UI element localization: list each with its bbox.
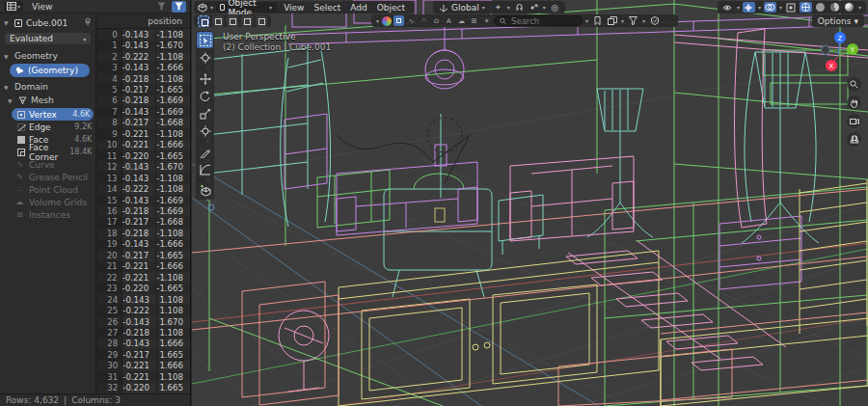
proportional-editing-icon[interactable]: ◎ [549, 2, 561, 13]
menu-select[interactable]: Select [309, 3, 345, 13]
pan-view-button[interactable] [847, 95, 861, 110]
table-row: 12-0.143-1.670 [96, 161, 190, 172]
toggle-ortho-button[interactable] [847, 132, 861, 147]
scale-tool[interactable] [197, 105, 213, 122]
options-button[interactable]: Options ▾ [812, 14, 864, 27]
select-mode-set-button[interactable] [198, 15, 209, 27]
mesh-type-toggle[interactable] [393, 15, 404, 26]
table-row: 24-0.1431.108 [96, 294, 190, 305]
geometry-dataset-button[interactable]: (Geometry) [10, 64, 90, 77]
table-row: 9-0.221-1.108 [96, 128, 190, 139]
search-input[interactable] [509, 15, 577, 27]
select-mode-invert-button[interactable] [241, 15, 253, 27]
annotate-tool[interactable] [197, 144, 213, 160]
table-row: 1-0.143-1.670 [96, 40, 190, 50]
table-row: 28-0.1431.666 [96, 338, 190, 349]
mesh-group-row[interactable]: ▼ Mesh [0, 94, 95, 107]
grease-pencil-icon: ✎ [15, 173, 24, 181]
table-column-header[interactable]: position [96, 14, 190, 29]
add-cube-tool[interactable] [197, 182, 213, 199]
table-row: 0-0.143-1.108 [96, 29, 190, 40]
object-type-toggle-3[interactable]: A [444, 15, 454, 26]
viewport-editor-type-button[interactable] [198, 2, 207, 13]
object-type-toggle-4[interactable]: ☁ [456, 15, 467, 26]
material-preview-ball-icon[interactable] [382, 16, 392, 26]
table-row: 5-0.217-1.665 [96, 84, 190, 95]
domain-item-curve: ∿Curve [0, 158, 95, 171]
table-row: 19-0.143-1.666 [96, 239, 190, 250]
mesh-object-icon [14, 19, 22, 27]
mode-selector[interactable]: Object Mode ▾ [216, 2, 277, 13]
select-mode-subtract-button[interactable] [227, 15, 238, 27]
object-name: Cube.001 [26, 18, 68, 28]
pin-icon[interactable] [84, 17, 92, 28]
mesh-item-vertex[interactable]: Vertex4.6K [12, 108, 94, 121]
section-geometry[interactable]: ▼ Geometry [0, 49, 95, 63]
camera-icon [850, 118, 859, 125]
tool-settings-cluster [194, 14, 271, 27]
object-row[interactable]: ▼ Cube.001 [0, 15, 95, 30]
gizmo-neg-axis[interactable] [822, 46, 830, 55]
rotate-tool[interactable] [197, 88, 213, 104]
visibility-dropdown[interactable] [721, 2, 734, 13]
zoom-view-button[interactable] [847, 77, 861, 92]
mesh-item-edge[interactable]: Edge9.2K [0, 121, 95, 133]
show-gizmo-toggle[interactable] [743, 2, 755, 13]
collections-filter-icon[interactable] [606, 15, 618, 26]
transform-tool[interactable] [197, 122, 213, 139]
snap-settings-dropdown[interactable] [528, 2, 540, 13]
viewport-3d[interactable]: ▾ Object Mode ▾ ViewSelectAddObject Glob… [192, 0, 868, 406]
editor-type-button[interactable]: ▾ [4, 1, 23, 12]
search-box[interactable] [494, 15, 583, 26]
nav-buttons [847, 77, 861, 147]
object-type-toggle-2[interactable]: ⊙ [431, 15, 442, 26]
menu-add[interactable]: Add [345, 3, 371, 13]
shading-material-button[interactable] [828, 2, 841, 13]
table-row: 14-0.222-1.108 [96, 183, 190, 194]
orientation-dropdown[interactable]: Global [451, 3, 479, 13]
wireframe-scene [192, 0, 868, 406]
table-row: 27-0.2181.108 [96, 327, 190, 338]
spreadsheet-view-menu[interactable]: View [29, 2, 55, 12]
show-overlays-toggle[interactable] [764, 2, 776, 13]
shading-rendered-button[interactable] [843, 2, 855, 13]
object-type-toggle-6[interactable]: ☀ [481, 15, 492, 26]
table-row: 13-0.143-1.108 [96, 173, 190, 183]
chevron-down-icon: ▾ [375, 17, 380, 24]
pivot-point-dropdown[interactable]: ⌖ [492, 2, 504, 13]
camera-view-button[interactable] [847, 114, 861, 128]
object-type-toggle-1[interactable]: ◠ [419, 15, 429, 26]
xray-toggle[interactable] [785, 2, 798, 13]
section-domain[interactable]: ▼ Domain [0, 80, 95, 94]
shield-check-icon[interactable] [648, 15, 661, 26]
navigation-gizmo[interactable]: Z Y X [813, 29, 863, 79]
cursor-tool[interactable] [197, 49, 213, 66]
bookmark-icon[interactable] [591, 15, 604, 26]
collapse-arrow-icon[interactable]: ▼ [4, 19, 11, 26]
filter-row-icon[interactable] [154, 1, 169, 13]
select-box-tool[interactable] [197, 32, 213, 48]
mesh-item-face-corner[interactable]: Face Corner18.4K [0, 146, 95, 158]
chevron-down-icon: ▾ [857, 4, 862, 11]
measure-tool[interactable] [197, 161, 213, 177]
filter-cluster: ▾ ∿◠⊙A☁⊞☀ ▾ ▾ ▾ [371, 14, 678, 27]
table-row: 22-0.221-1.108 [96, 272, 190, 283]
move-tool[interactable] [197, 70, 213, 87]
spreadsheet-editor-icon [7, 2, 16, 11]
shading-solid-button[interactable] [814, 2, 827, 13]
object-type-toggle-0[interactable]: ∿ [406, 15, 417, 26]
columns-count: Columns: 3 [71, 395, 121, 405]
shading-wireframe-button[interactable] [800, 2, 812, 13]
select-mode-extend-button[interactable] [212, 15, 224, 27]
table-row: 30-0.2211.666 [96, 361, 190, 371]
filter-toggle-button[interactable] [172, 1, 186, 13]
dataset-dropdown[interactable]: Evaluated ▾ [4, 32, 92, 45]
viewport-editor-icon [198, 3, 207, 13]
select-mode-intersect-button[interactable] [256, 15, 267, 27]
object-type-toggle-5[interactable]: ⊞ [469, 15, 479, 26]
magnifier-icon [850, 80, 858, 89]
filter-funnel-icon[interactable] [627, 15, 639, 26]
menu-view[interactable]: View [279, 3, 309, 13]
snap-magnet-icon[interactable] [513, 2, 526, 13]
menu-object[interactable]: Object [372, 3, 410, 13]
